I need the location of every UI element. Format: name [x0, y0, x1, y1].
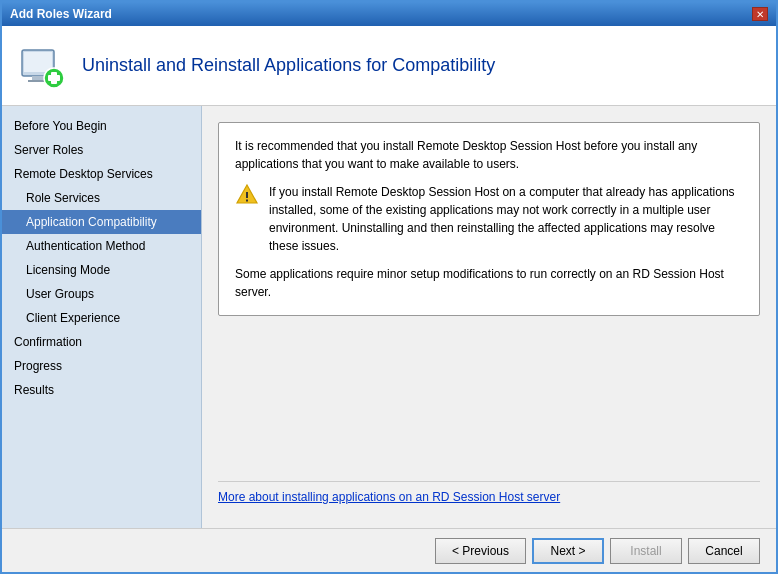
content-area: It is recommended that you install Remot… — [202, 106, 776, 528]
sidebar-item-authentication-method[interactable]: Authentication Method — [2, 234, 201, 258]
window-title: Add Roles Wizard — [10, 7, 112, 21]
wizard-header: Uninstall and Reinstall Applications for… — [2, 26, 776, 106]
sidebar-item-client-experience[interactable]: Client Experience — [2, 306, 201, 330]
sidebar-item-remote-desktop-services[interactable]: Remote Desktop Services — [2, 162, 201, 186]
sidebar-item-confirmation[interactable]: Confirmation — [2, 330, 201, 354]
install-button[interactable]: Install — [610, 538, 682, 564]
title-bar: Add Roles Wizard ✕ — [2, 2, 776, 26]
sidebar-item-progress[interactable]: Progress — [2, 354, 201, 378]
warning-row: If you install Remote Desktop Session Ho… — [235, 183, 743, 255]
info-paragraph: It is recommended that you install Remot… — [235, 137, 743, 173]
sidebar-item-user-groups[interactable]: User Groups — [2, 282, 201, 306]
sidebar: Before You BeginServer RolesRemote Deskt… — [2, 106, 202, 528]
next-button[interactable]: Next > — [532, 538, 604, 564]
extra-paragraph: Some applications require minor setup mo… — [235, 265, 743, 301]
learn-more-link[interactable]: More about installing applications on an… — [218, 490, 560, 504]
sidebar-item-before-you-begin[interactable]: Before You Begin — [2, 114, 201, 138]
add-roles-wizard-window: Add Roles Wizard ✕ Uninstall and Reinsta… — [0, 0, 778, 574]
svg-rect-9 — [246, 200, 248, 202]
previous-button[interactable]: < Previous — [435, 538, 526, 564]
info-box: It is recommended that you install Remot… — [218, 122, 760, 316]
svg-rect-6 — [48, 75, 60, 81]
sidebar-item-role-services[interactable]: Role Services — [2, 186, 201, 210]
svg-rect-8 — [246, 192, 248, 198]
wizard-icon — [18, 42, 66, 90]
svg-rect-1 — [24, 52, 52, 72]
sidebar-item-application-compatibility[interactable]: Application Compatibility — [2, 210, 201, 234]
main-content: Before You BeginServer RolesRemote Deskt… — [2, 106, 776, 528]
cancel-button[interactable]: Cancel — [688, 538, 760, 564]
svg-rect-2 — [32, 76, 44, 80]
page-title: Uninstall and Reinstall Applications for… — [82, 55, 495, 76]
close-button[interactable]: ✕ — [752, 7, 768, 21]
sidebar-item-server-roles[interactable]: Server Roles — [2, 138, 201, 162]
footer: < Previous Next > Install Cancel — [2, 528, 776, 572]
sidebar-item-licensing-mode[interactable]: Licensing Mode — [2, 258, 201, 282]
warning-text: If you install Remote Desktop Session Ho… — [269, 183, 743, 255]
link-area: More about installing applications on an… — [218, 481, 760, 512]
warning-icon — [235, 183, 259, 207]
sidebar-item-results[interactable]: Results — [2, 378, 201, 402]
